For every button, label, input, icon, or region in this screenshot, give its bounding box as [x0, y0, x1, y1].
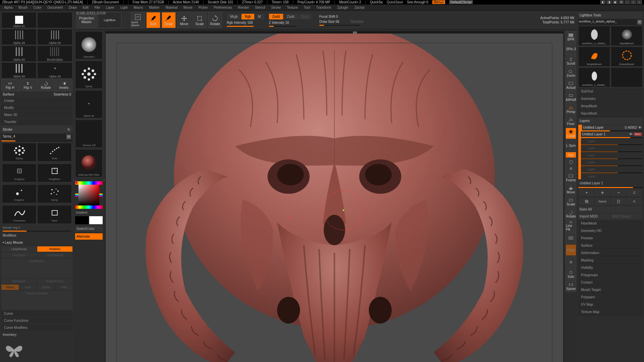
- stroke-dots[interactable]: Dots: [37, 143, 72, 162]
- r-chip[interactable]: R: [66, 134, 71, 139]
- alpha-swatch[interactable]: Alpha 60: [1, 46, 37, 62]
- tool-eraserbrush[interactable]: EraserBrush: [611, 47, 643, 67]
- bpr-button[interactable]: BPR: [566, 31, 576, 43]
- persp-button[interactable]: Persp: [566, 104, 576, 115]
- relative-button[interactable]: Relative: [37, 246, 72, 252]
- rgb-button[interactable]: Rgb: [241, 14, 254, 19]
- layer-del-button[interactable]: [627, 198, 642, 205]
- brush-matcap[interactable]: MatCap Red Wax: [75, 149, 103, 177]
- polyf-button[interactable]: PolyF: [566, 244, 576, 256]
- m-button[interactable]: M: [255, 14, 264, 19]
- geometryhd-item[interactable]: Geometry HD: [578, 228, 643, 234]
- xyz-button[interactable]: Xyz: [566, 152, 576, 158]
- dynamic-label[interactable]: Dynamic: [351, 20, 364, 23]
- importmdd-button[interactable]: Import MDD: [578, 213, 610, 220]
- tool-workflow2[interactable]: workflow_1_details_: [578, 67, 610, 87]
- zoom-button[interactable]: Zoom: [566, 67, 576, 79]
- menu-file[interactable]: File: [92, 5, 103, 10]
- minimize-button[interactable]: −: [625, 0, 630, 4]
- file-path[interactable]: workflow_1_details_alphas_: [579, 20, 637, 24]
- morphtarget-item[interactable]: Morph Target: [578, 287, 643, 293]
- stroke-dragrect[interactable]: DragRect: [37, 164, 72, 182]
- tool-simplebrush[interactable]: SimpleBrush: [578, 47, 610, 67]
- menu-picker[interactable]: Picker: [196, 5, 211, 10]
- zadd-button[interactable]: Zadd: [269, 14, 283, 19]
- grid-button[interactable]: [566, 232, 576, 244]
- close-button[interactable]: ×: [637, 0, 642, 4]
- window-btn-1[interactable]: ◧: [600, 0, 606, 4]
- fibermesh-item[interactable]: FiberMesh: [578, 220, 643, 227]
- rgb-intensity[interactable]: Rgb Intensity 100: [227, 21, 253, 24]
- layer-add-button[interactable]: [595, 189, 610, 196]
- modify-item[interactable]: Modify: [1, 105, 72, 111]
- menu-preferences[interactable]: Preferences: [211, 5, 235, 10]
- menu-draw[interactable]: Draw: [66, 5, 79, 10]
- rt-rotate-button[interactable]: Rotate: [566, 208, 576, 220]
- menu-material[interactable]: Material: [163, 5, 180, 10]
- subtool-item[interactable]: SubTool: [578, 88, 643, 95]
- curve-item[interactable]: Curve: [1, 310, 72, 317]
- menu-tool[interactable]: Tool: [301, 5, 313, 10]
- stroke-freehand[interactable]: FreeHand: [2, 205, 37, 224]
- ghost-button[interactable]: ⊙: [566, 165, 576, 171]
- menu-alpha[interactable]: Alpha: [1, 5, 15, 10]
- viewport-scrollbar[interactable]: [106, 32, 563, 34]
- layer-row-2[interactable]: Untitled Layer 1 👁 REC: [581, 131, 643, 137]
- transp2-button[interactable]: [566, 256, 576, 268]
- layer-row-1[interactable]: Untitled Layer 0.46902 👁: [581, 125, 643, 130]
- make3d-item[interactable]: Make 3D: [1, 112, 72, 118]
- eye-icon[interactable]: 👁: [638, 126, 642, 129]
- gradient-label[interactable]: Gradient: [75, 210, 103, 215]
- eye-icon[interactable]: 👁: [629, 132, 633, 136]
- invert-button[interactable]: Invers: [55, 79, 73, 91]
- curvemod-item[interactable]: Curve Modifiers: [1, 324, 72, 331]
- zcut-button[interactable]: Zcut: [298, 14, 311, 19]
- seethrough[interactable]: See-through 0: [407, 0, 428, 4]
- linefill-button[interactable]: Line Fill: [566, 220, 576, 232]
- brush-spray[interactable]: Spray: [75, 61, 103, 89]
- stroke-rect[interactable]: Rect: [37, 205, 72, 224]
- aahalf-button[interactable]: AAHalf: [566, 92, 576, 103]
- polygroups-item[interactable]: Polygroups: [578, 272, 643, 279]
- lazymouse-button[interactable]: LazyMouse: [1, 246, 37, 252]
- scroll-button[interactable]: Scroll: [566, 55, 576, 67]
- stroke-refresh-icon[interactable]: ↻: [66, 127, 71, 132]
- menus-button[interactable]: Menus: [432, 0, 445, 4]
- chevron-left-icon[interactable]: ‹: [73, 178, 74, 182]
- layer-move-button[interactable]: [611, 189, 626, 196]
- alpha-swatch[interactable]: Alpha 01: [1, 12, 37, 28]
- layer-dup-button[interactable]: [579, 198, 594, 205]
- focal-shift[interactable]: Focal Shift 0: [319, 15, 338, 18]
- curvefn-item[interactable]: Curve Functions: [1, 317, 72, 324]
- bakeall-button[interactable]: Bake All: [578, 206, 643, 213]
- menu-movie[interactable]: Movie: [181, 5, 195, 10]
- geometry-item[interactable]: Geometry: [578, 96, 643, 102]
- masking-item[interactable]: Masking: [578, 257, 643, 264]
- menu-document[interactable]: Document: [45, 5, 66, 10]
- rotate-button[interactable]: Rotate: [37, 79, 55, 91]
- inventory-label[interactable]: Inventory: [1, 331, 72, 338]
- spray-label[interactable]: Spray_4: [3, 134, 15, 139]
- menu-texture[interactable]: Texture: [284, 5, 301, 10]
- layer-up-button[interactable]: [579, 189, 594, 196]
- menu-macro[interactable]: Macro: [131, 5, 146, 10]
- rt-move-button[interactable]: Move: [566, 184, 576, 195]
- alternate-button[interactable]: Alternate: [75, 233, 103, 240]
- transfer-item[interactable]: Transfer: [1, 119, 72, 125]
- floor-button[interactable]: Floor: [566, 116, 576, 127]
- alpha-swatch[interactable]: Alpha 58: [37, 29, 72, 45]
- modifiers-label[interactable]: Modifiers: [1, 232, 72, 239]
- flipv-button[interactable]: Flip V: [19, 79, 37, 91]
- switchcolor-button[interactable]: SwitchColor: [75, 226, 103, 232]
- tool-alphabrush[interactable]: AlphaBrush: [611, 26, 643, 46]
- rotate-mode-button[interactable]: Rotate: [208, 12, 222, 28]
- white-swatch[interactable]: [89, 216, 103, 224]
- alpha-swatch[interactable]: Alpha 59: [1, 62, 37, 78]
- layer-swap-button[interactable]: [627, 189, 642, 196]
- brush-standard[interactable]: Standard: [75, 31, 103, 59]
- black-swatch[interactable]: [75, 216, 89, 224]
- texturemap-item[interactable]: Texture Map: [578, 309, 643, 315]
- menu-color[interactable]: Color: [31, 5, 44, 10]
- contact-item[interactable]: Contact: [578, 279, 643, 286]
- lazymouse-section[interactable]: • Lazy Mouse: [1, 239, 72, 246]
